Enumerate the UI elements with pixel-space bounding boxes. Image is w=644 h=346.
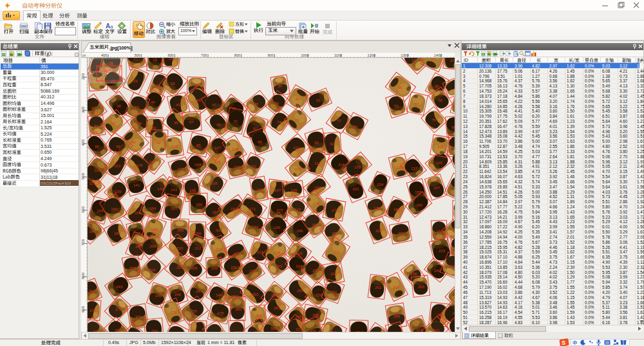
svg-text:278: 278 bbox=[217, 311, 224, 315]
svg-text:285: 285 bbox=[295, 315, 302, 319]
svg-text:167: 167 bbox=[212, 210, 219, 214]
svg-text:174: 174 bbox=[294, 208, 301, 212]
svg-text:275: 275 bbox=[170, 311, 177, 314]
svg-text:103: 103 bbox=[171, 145, 178, 149]
svg-text:139: 139 bbox=[115, 190, 122, 194]
svg-text:24: 24 bbox=[450, 59, 455, 62]
svg-text:243: 243 bbox=[116, 285, 123, 289]
svg-text:60: 60 bbox=[91, 106, 96, 110]
svg-text:143: 143 bbox=[171, 188, 178, 192]
svg-text:20: 20 bbox=[169, 58, 173, 60]
svg-text:222: 222 bbox=[439, 249, 446, 253]
svg-text:128: 128 bbox=[211, 181, 218, 185]
svg-text:282: 282 bbox=[256, 314, 263, 318]
svg-text:41: 41 bbox=[176, 103, 180, 107]
svg-text:92: 92 bbox=[330, 142, 334, 146]
svg-text:310: 310 bbox=[296, 327, 303, 331]
svg-text:155: 155 bbox=[415, 190, 422, 194]
svg-text:130: 130 bbox=[234, 165, 241, 169]
svg-text:204: 204 bbox=[398, 232, 405, 235]
svg-text:123: 123 bbox=[114, 164, 121, 168]
svg-text:149: 149 bbox=[290, 188, 298, 192]
svg-text:190: 190 bbox=[194, 232, 202, 235]
svg-text:38: 38 bbox=[117, 104, 121, 108]
svg-text:234: 234 bbox=[296, 264, 303, 268]
svg-text:166: 166 bbox=[196, 203, 203, 206]
svg-text:219: 219 bbox=[296, 251, 303, 255]
svg-text:241: 241 bbox=[450, 264, 455, 268]
svg-text:90: 90 bbox=[314, 141, 319, 145]
svg-text:121: 121 bbox=[89, 181, 96, 185]
svg-text:72: 72 bbox=[233, 120, 238, 123]
svg-text:65: 65 bbox=[137, 122, 142, 125]
svg-text:83: 83 bbox=[156, 141, 161, 145]
svg-text:109: 109 bbox=[232, 147, 239, 151]
svg-text:53: 53 bbox=[394, 104, 399, 108]
svg-text:225: 225 bbox=[129, 266, 137, 270]
svg-text:67: 67 bbox=[189, 120, 194, 124]
svg-text:99: 99 bbox=[116, 145, 120, 149]
svg-text:43: 43 bbox=[194, 86, 198, 89]
svg-text:208: 208 bbox=[135, 244, 142, 248]
svg-text:308: 308 bbox=[270, 327, 278, 331]
svg-text:272: 272 bbox=[115, 307, 122, 311]
svg-text:171: 171 bbox=[249, 207, 256, 211]
svg-text:34: 34 bbox=[278, 84, 282, 88]
svg-text:157: 157 bbox=[433, 186, 440, 190]
svg-text:233: 233 bbox=[276, 264, 283, 268]
svg-text:68: 68 bbox=[216, 123, 221, 127]
svg-text:85: 85 bbox=[196, 143, 201, 147]
svg-text:154: 154 bbox=[377, 183, 384, 187]
svg-text:177: 177 bbox=[332, 208, 339, 212]
svg-text:255: 255 bbox=[271, 293, 278, 297]
svg-text:122: 122 bbox=[94, 168, 101, 172]
svg-text:164: 164 bbox=[149, 206, 156, 210]
svg-text:251: 251 bbox=[232, 295, 239, 298]
svg-text:17: 17 bbox=[133, 58, 138, 60]
svg-text:185: 185 bbox=[114, 232, 121, 235]
svg-text:286: 286 bbox=[312, 313, 319, 317]
svg-text:253: 253 bbox=[252, 293, 259, 296]
svg-text:159: 159 bbox=[97, 209, 104, 213]
svg-text:238: 238 bbox=[410, 272, 417, 276]
svg-text:228: 228 bbox=[191, 266, 198, 270]
svg-text:23: 23 bbox=[431, 58, 436, 60]
svg-text:198: 198 bbox=[312, 223, 319, 227]
svg-text:214: 214 bbox=[234, 251, 242, 255]
svg-text:227: 227 bbox=[176, 266, 184, 269]
svg-text:77: 77 bbox=[337, 119, 341, 123]
svg-text:202: 202 bbox=[375, 229, 383, 233]
svg-text:180: 180 bbox=[393, 208, 401, 212]
svg-text:74: 74 bbox=[277, 120, 281, 124]
svg-text:62: 62 bbox=[111, 122, 116, 125]
svg-text:266: 266 bbox=[418, 285, 425, 289]
svg-text:262: 262 bbox=[375, 286, 382, 289]
svg-text:169: 169 bbox=[231, 207, 238, 211]
svg-text:283: 283 bbox=[274, 306, 281, 310]
svg-text:213: 213 bbox=[216, 248, 223, 251]
svg-text:a: a bbox=[110, 24, 113, 29]
svg-text:280: 280 bbox=[235, 307, 242, 311]
svg-text:270: 270 bbox=[90, 309, 97, 313]
svg-text:136: 136 bbox=[397, 165, 404, 169]
svg-text:162: 162 bbox=[135, 211, 142, 215]
svg-text:135: 135 bbox=[354, 165, 361, 169]
svg-text:105: 105 bbox=[214, 160, 222, 164]
svg-text:40: 40 bbox=[151, 100, 155, 104]
svg-text:209: 209 bbox=[149, 244, 156, 248]
svg-text:258: 258 bbox=[316, 293, 323, 297]
svg-text:126: 126 bbox=[177, 167, 184, 171]
svg-text:48: 48 bbox=[254, 102, 258, 106]
svg-text:31: 31 bbox=[156, 84, 160, 87]
svg-text:160: 160 bbox=[111, 207, 118, 211]
svg-text:289: 289 bbox=[437, 313, 444, 317]
svg-text:57: 57 bbox=[415, 102, 419, 106]
svg-text:246: 246 bbox=[175, 293, 182, 296]
svg-text:107: 107 bbox=[214, 146, 222, 150]
svg-text:231: 231 bbox=[231, 266, 238, 269]
svg-text:114: 114 bbox=[338, 163, 345, 167]
svg-text:210: 210 bbox=[176, 246, 184, 250]
svg-text:236: 236 bbox=[330, 272, 337, 276]
svg-text:173: 173 bbox=[276, 208, 283, 212]
svg-text:264: 264 bbox=[393, 286, 400, 289]
